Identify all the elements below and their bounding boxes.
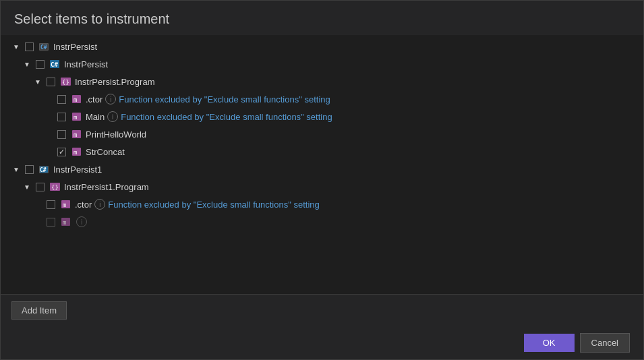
- info-icon: i: [105, 94, 116, 104]
- namespace-icon: {}: [50, 181, 61, 192]
- tree-row[interactable]: m Main i Function excluded by "Exclude s…: [1, 108, 643, 125]
- svg-text:{}: {}: [62, 79, 69, 86]
- chevron-icon[interactable]: ▼: [33, 77, 42, 86]
- checkbox[interactable]: [57, 95, 66, 104]
- ok-button[interactable]: OK: [524, 334, 575, 352]
- tree-row[interactable]: m .ctor i Function excluded by "Exclude …: [1, 90, 643, 108]
- checkbox[interactable]: [57, 148, 66, 156]
- add-item-button[interactable]: Add Item: [11, 301, 67, 320]
- checkbox[interactable]: [25, 165, 34, 174]
- checkbox[interactable]: [47, 218, 55, 227]
- node-label: InstrPersist1: [53, 164, 102, 175]
- csharp-assembly-icon: C#: [50, 59, 61, 69]
- tree-row[interactable]: m i: [1, 213, 643, 231]
- node-label: InstrPersist1.Program: [64, 182, 149, 192]
- svg-text:C#: C#: [40, 167, 47, 173]
- tree-row[interactable]: ▼ C# InstrPersist: [1, 38, 643, 55]
- node-label: InstrPersist: [64, 59, 108, 69]
- checkbox[interactable]: [57, 130, 66, 139]
- excluded-link[interactable]: Function excluded by "Exclude small func…: [119, 94, 330, 104]
- node-label: PrintHelloWorld: [86, 129, 146, 140]
- node-label: Main: [86, 112, 105, 122]
- tree-row[interactable]: m PrintHelloWorld: [1, 125, 643, 143]
- checkbox[interactable]: [25, 42, 34, 51]
- excluded-link[interactable]: Function excluded by "Exclude small func…: [121, 112, 332, 122]
- assembly-icon: C#: [39, 164, 50, 175]
- node-label: InstrPersist: [53, 42, 97, 52]
- method-icon: m: [61, 216, 71, 227]
- info-icon: i: [107, 111, 118, 122]
- cancel-button[interactable]: Cancel: [580, 333, 630, 353]
- svg-text:m: m: [74, 131, 77, 138]
- svg-text:C#: C#: [51, 61, 58, 68]
- method-icon: m: [71, 129, 82, 140]
- svg-text:{}: {}: [51, 184, 59, 191]
- svg-text:m: m: [63, 219, 66, 226]
- tree-row[interactable]: ▼ {} InstrPersist1.Program: [1, 178, 643, 196]
- checkbox[interactable]: [36, 183, 45, 191]
- checkbox[interactable]: [36, 60, 45, 69]
- chevron-icon[interactable]: ▼: [11, 42, 21, 51]
- node-label: StrConcat: [86, 147, 125, 157]
- tree-row[interactable]: ▼ C# InstrPersist: [1, 55, 643, 73]
- svg-text:m: m: [74, 149, 77, 156]
- tree-container[interactable]: ▼ C# InstrPersist ▼: [1, 35, 643, 294]
- node-label: InstrPersist.Program: [75, 77, 154, 87]
- dialog-body: ▼ C# InstrPersist ▼: [1, 35, 643, 294]
- checkbox[interactable]: [47, 78, 55, 86]
- bottom-bar: Add Item: [1, 294, 643, 326]
- checkbox[interactable]: [47, 200, 55, 209]
- tree-row[interactable]: ▼ C# InstrPersist1: [1, 160, 643, 178]
- method-icon: m: [71, 146, 82, 157]
- dialog-footer: OK Cancel: [1, 326, 643, 359]
- assembly-icon: C#: [39, 41, 50, 52]
- method-icon: m: [71, 94, 82, 104]
- chevron-icon[interactable]: ▼: [11, 164, 21, 174]
- chevron-icon[interactable]: ▼: [22, 182, 32, 191]
- checkbox[interactable]: [57, 113, 66, 121]
- svg-text:C#: C#: [40, 44, 47, 51]
- tree-row[interactable]: m StrConcat: [1, 143, 643, 160]
- info-icon: i: [76, 216, 87, 227]
- method-icon: m: [61, 199, 71, 210]
- chevron-icon[interactable]: ▼: [22, 59, 32, 69]
- tree-row[interactable]: m .ctor i Function excluded by "Exclude …: [1, 196, 643, 213]
- info-icon: i: [94, 199, 105, 210]
- svg-text:m: m: [74, 96, 77, 103]
- svg-text:m: m: [74, 114, 77, 121]
- method-icon: m: [71, 111, 82, 122]
- namespace-icon: {}: [61, 76, 71, 87]
- dialog-title: Select items to instrument: [1, 1, 643, 35]
- tree-row[interactable]: ▼ {} InstrPersist.Program: [1, 73, 643, 90]
- excluded-link[interactable]: Function excluded by "Exclude small func…: [108, 200, 319, 210]
- node-label: .ctor: [86, 94, 103, 104]
- svg-text:m: m: [63, 202, 66, 208]
- node-label: .ctor: [75, 200, 92, 210]
- dialog: Select items to instrument ▼ C# InstrPer…: [0, 0, 644, 360]
